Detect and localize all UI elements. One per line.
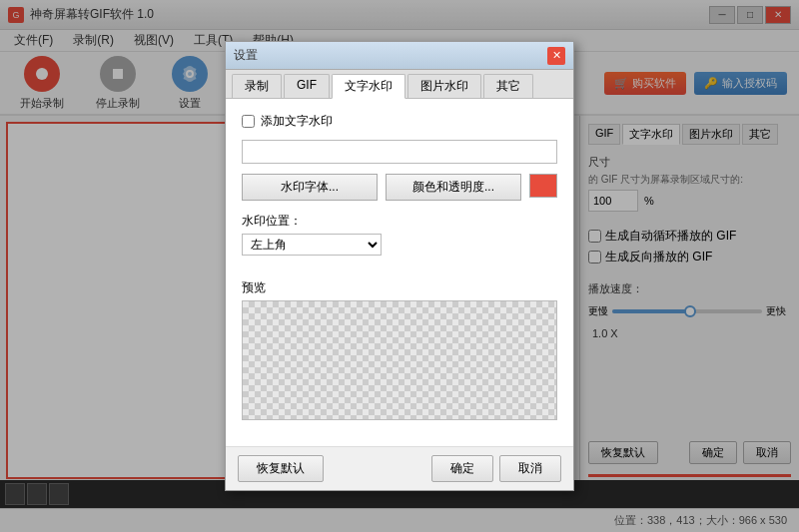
- font-button[interactable]: 水印字体...: [242, 174, 378, 201]
- dialog-cancel-button[interactable]: 取消: [499, 455, 561, 482]
- dialog-tab-record[interactable]: 录制: [232, 74, 282, 98]
- dialog-tabs: 录制 GIF 文字水印 图片水印 其它: [226, 70, 573, 99]
- color-swatch[interactable]: [529, 174, 557, 198]
- add-watermark-row: 添加文字水印: [242, 113, 557, 130]
- modal-overlay: 设置 ✕ 录制 GIF 文字水印 图片水印 其它 添加文字水印 水印字体... …: [0, 0, 799, 532]
- watermark-text-input[interactable]: [242, 140, 557, 164]
- dialog-tab-image-watermark[interactable]: 图片水印: [407, 74, 481, 98]
- add-watermark-checkbox[interactable]: [242, 115, 255, 128]
- dialog-restore-button[interactable]: 恢复默认: [238, 455, 324, 482]
- dialog-content: 添加文字水印 水印字体... 颜色和透明度... 水印位置： 左上角 预览: [226, 99, 573, 446]
- font-color-row: 水印字体... 颜色和透明度...: [242, 174, 557, 201]
- dialog-title-bar: 设置 ✕: [226, 42, 573, 70]
- dialog-confirm-cancel-group: 确定 取消: [431, 455, 561, 482]
- color-button[interactable]: 颜色和透明度...: [386, 174, 521, 201]
- settings-dialog: 设置 ✕ 录制 GIF 文字水印 图片水印 其它 添加文字水印 水印字体... …: [225, 41, 574, 491]
- position-label: 水印位置：: [242, 213, 557, 230]
- dialog-tab-text-watermark[interactable]: 文字水印: [332, 74, 405, 99]
- dialog-footer: 恢复默认 确定 取消: [226, 446, 573, 490]
- dialog-confirm-button[interactable]: 确定: [431, 455, 493, 482]
- preview-label: 预览: [242, 279, 557, 296]
- dialog-title: 设置: [234, 47, 258, 64]
- dialog-close-button[interactable]: ✕: [547, 47, 565, 65]
- preview-box: [242, 300, 557, 420]
- add-watermark-label: 添加文字水印: [261, 113, 333, 130]
- position-select[interactable]: 左上角: [242, 234, 382, 256]
- dialog-tab-gif[interactable]: GIF: [284, 74, 330, 98]
- dialog-tab-other[interactable]: 其它: [483, 74, 533, 98]
